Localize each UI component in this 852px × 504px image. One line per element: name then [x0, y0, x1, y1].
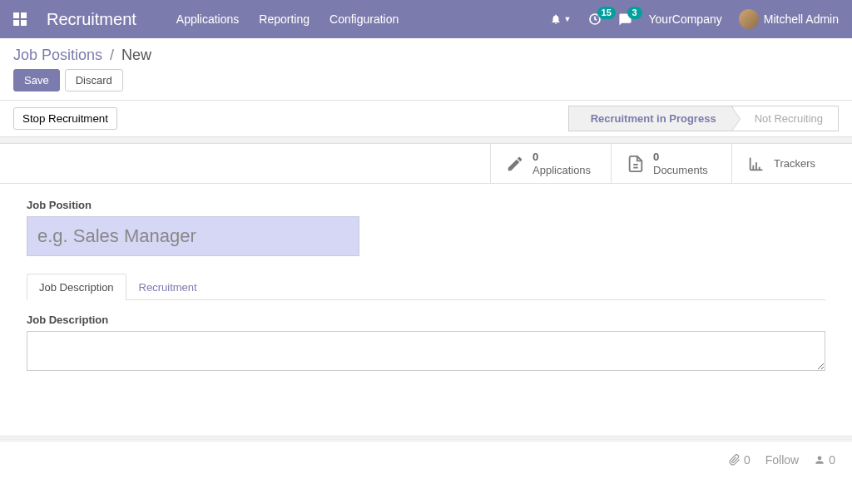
- activities-icon[interactable]: 15: [588, 12, 602, 26]
- stage-recruitment-in-progress[interactable]: Recruitment in Progress: [568, 106, 732, 131]
- messages-icon[interactable]: 3: [618, 12, 632, 27]
- stat-trackers[interactable]: Trackers: [731, 144, 852, 183]
- job-description-textarea[interactable]: [27, 331, 825, 371]
- breadcrumb-current: New: [121, 47, 151, 63]
- bar-chart-icon: [747, 155, 765, 173]
- activities-badge: 15: [597, 7, 616, 19]
- documents-count: 0: [653, 151, 708, 164]
- job-position-label: Job Position: [27, 199, 825, 211]
- breadcrumb: Job Positions / New: [13, 47, 839, 64]
- stat-applications[interactable]: 0 Applications: [490, 144, 611, 183]
- attachments-button[interactable]: 0: [729, 453, 750, 467]
- app-brand: Recruitment: [47, 10, 136, 29]
- stop-recruitment-button[interactable]: Stop Recruitment: [13, 107, 117, 130]
- user-name: Mitchell Admin: [764, 12, 839, 26]
- breadcrumb-parent[interactable]: Job Positions: [13, 47, 102, 63]
- stage-not-recruiting[interactable]: Not Recruiting: [732, 106, 839, 131]
- menu-reporting[interactable]: Reporting: [259, 12, 310, 26]
- applications-label: Applications: [532, 164, 591, 177]
- apps-icon[interactable]: [13, 12, 27, 26]
- tab-job-description[interactable]: Job Description: [27, 274, 126, 300]
- followers-count: 0: [829, 453, 835, 467]
- job-description-label: Job Description: [27, 314, 825, 326]
- attachments-count: 0: [744, 453, 750, 467]
- messages-badge: 3: [627, 7, 642, 19]
- stat-documents[interactable]: 0 Documents: [611, 144, 731, 183]
- menu-applications[interactable]: Applications: [176, 12, 240, 26]
- discard-button[interactable]: Discard: [65, 69, 123, 91]
- menu-configuration[interactable]: Configuration: [329, 12, 399, 26]
- paperclip-icon: [729, 454, 741, 466]
- notifications-icon[interactable]: ▼: [550, 13, 572, 25]
- document-icon: [627, 155, 645, 173]
- trackers-label: Trackers: [774, 157, 815, 170]
- pencil-icon: [506, 155, 524, 173]
- documents-label: Documents: [653, 164, 708, 177]
- user-icon: [814, 454, 825, 466]
- user-menu[interactable]: Mitchell Admin: [739, 9, 839, 29]
- company-switcher[interactable]: YourCompany: [649, 12, 722, 26]
- tab-recruitment[interactable]: Recruitment: [126, 274, 210, 300]
- save-button[interactable]: Save: [13, 69, 60, 91]
- follow-button[interactable]: Follow: [765, 453, 799, 467]
- applications-count: 0: [532, 151, 591, 164]
- avatar: [739, 9, 759, 29]
- job-position-input[interactable]: [27, 216, 359, 256]
- followers-button[interactable]: 0: [814, 453, 835, 467]
